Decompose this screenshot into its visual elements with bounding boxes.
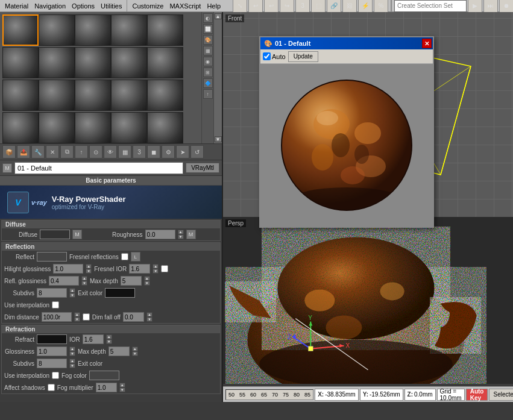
toolbar-icon-undo[interactable]: ↩ (264, 0, 279, 13)
mat-slot-5[interactable] (2, 47, 39, 78)
ior-up[interactable]: ▲ (106, 334, 112, 339)
fresnel-m-btn[interactable]: L (131, 252, 140, 262)
subdivs-reflect-up[interactable]: ▲ (69, 288, 75, 293)
fog-mult-up[interactable]: ▲ (119, 383, 125, 387)
mat-slot-15[interactable] (2, 112, 39, 143)
mat-slot-16[interactable] (39, 112, 75, 143)
diffuse-m-btn[interactable]: M (72, 230, 82, 239)
refl-gloss-down[interactable]: ▼ (81, 281, 87, 286)
toolbar-icon-record[interactable]: ⏺ (499, 0, 513, 13)
side-btn-1[interactable]: ◐ (203, 13, 213, 23)
refract-maxdepth-input[interactable] (109, 346, 130, 356)
max-depth-input[interactable] (121, 276, 142, 286)
fog-mult-input[interactable] (96, 383, 117, 392)
menu-customize[interactable]: Customize (132, 2, 163, 10)
dialog-close-button[interactable]: ✕ (422, 39, 432, 48)
mat-slot-11[interactable] (39, 80, 75, 111)
ior-down[interactable]: ▼ (106, 339, 112, 344)
mat-slot-6[interactable] (39, 47, 75, 78)
refract-subdivs-down[interactable]: ▼ (69, 363, 75, 368)
side-btn-7[interactable]: 🔷 (203, 78, 213, 88)
roughness-input[interactable] (145, 230, 175, 239)
section-refraction-header[interactable]: Refraction (2, 325, 220, 333)
refract-gloss-input[interactable] (37, 346, 67, 356)
subdivs-reflect-input[interactable] (37, 288, 67, 298)
mat-btn-options[interactable]: ⚙ (162, 145, 175, 158)
mat-slot-0[interactable] (2, 14, 39, 46)
mat-btn-show[interactable]: 👁 (104, 145, 117, 158)
side-btn-5[interactable]: ◉ (203, 57, 213, 66)
roughness-m-btn[interactable]: M (186, 230, 196, 239)
subdivs-reflect-down[interactable]: ▼ (69, 293, 75, 298)
mat-btn-sample[interactable]: ◼ (147, 145, 160, 158)
mat-btn-3d[interactable]: 3 (133, 145, 146, 158)
use-interp-reflect-check[interactable] (52, 301, 59, 309)
menu-help[interactable]: Help (207, 2, 221, 10)
mat-slot-17[interactable] (75, 112, 111, 143)
mat-slot-1[interactable] (39, 14, 75, 46)
mat-slot-4[interactable] (147, 14, 183, 46)
exit-color-swatch[interactable] (105, 288, 135, 298)
mat-btn-put[interactable]: 📤 (17, 145, 30, 158)
mat-btn-reset[interactable]: ↺ (190, 145, 204, 158)
toolbar-icon-3[interactable]: 3 (295, 0, 310, 13)
section-diffuse-header[interactable]: Diffuse (2, 221, 220, 228)
update-button[interactable]: Update (288, 51, 318, 62)
mat-slot-19[interactable] (147, 112, 183, 143)
auto-key-btn[interactable]: Auto Key (466, 389, 488, 401)
side-btn-3[interactable]: 🎨 (203, 35, 213, 45)
mat-btn-nav-parent[interactable]: ↑ (75, 145, 88, 158)
mat-btn-delete[interactable]: ✕ (46, 145, 59, 158)
grid-scroll-up[interactable]: ▲ (215, 13, 222, 19)
mat-btn-copy[interactable]: ⧉ (60, 145, 74, 158)
menu-material[interactable]: Material (5, 2, 28, 10)
fresnel-ior-up[interactable]: ▲ (153, 264, 159, 269)
refract-swatch[interactable] (37, 334, 67, 344)
toolbar-icon-redo[interactable]: ↪ (280, 0, 294, 13)
fresnel-ior-down[interactable]: ▼ (153, 269, 159, 274)
hilight-up[interactable]: ▲ (86, 264, 92, 269)
roughness-spin-down[interactable]: ▼ (178, 234, 184, 239)
side-btn-4[interactable]: ▦ (203, 46, 213, 55)
mat-name-input[interactable] (14, 162, 183, 174)
hilight-input[interactable] (53, 264, 83, 274)
mat-slot-2[interactable] (75, 14, 111, 46)
max-depth-up[interactable]: ▲ (144, 276, 150, 281)
mat-slot-10[interactable] (2, 80, 39, 111)
fog-color-swatch[interactable] (89, 371, 119, 380)
fog-mult-down[interactable]: ▼ (119, 387, 125, 392)
auto-checkbox-area[interactable]: Auto (263, 52, 286, 60)
dim-dist-check[interactable] (83, 313, 90, 321)
toolbar-icon-percent[interactable]: % (374, 0, 388, 13)
use-interp-refract-check[interactable] (52, 372, 59, 379)
mat-btn-select[interactable]: ➤ (176, 145, 189, 158)
dim-falloff-up[interactable]: ▲ (146, 312, 153, 317)
fresnel-ior-input[interactable] (129, 264, 150, 274)
dim-falloff-down[interactable]: ▼ (146, 317, 153, 322)
mat-slot-8[interactable] (111, 47, 147, 78)
selected-btn[interactable]: Selected (489, 389, 513, 401)
toolbar-icon-skip[interactable]: ⏭ (483, 0, 498, 13)
toolbar-icon-link[interactable]: 🔗 (327, 0, 341, 13)
reflect-swatch[interactable] (37, 252, 67, 262)
dim-dist-down[interactable]: ▼ (74, 317, 80, 322)
diffuse-swatch[interactable] (40, 230, 70, 239)
mat-slot-14[interactable] (147, 80, 183, 111)
side-btn-8[interactable]: ↑ (203, 89, 213, 99)
toolbar-icon-select[interactable]: ⬚ (311, 0, 326, 13)
toolbar-icon-bind[interactable]: ⚡ (358, 0, 373, 13)
mat-slot-12[interactable] (75, 80, 111, 111)
menu-maxscript[interactable]: MAXScript (169, 2, 201, 10)
refl-gloss-up[interactable]: ▲ (81, 276, 87, 281)
toolbar-icon-2[interactable]: ↩ (248, 0, 263, 13)
mat-slot-18[interactable] (111, 112, 147, 143)
grid-scroll-down[interactable]: ▼ (215, 136, 222, 142)
mat-slot-3[interactable] (111, 14, 147, 46)
mat-btn-get[interactable]: 📦 (2, 145, 16, 158)
mat-btn-assign[interactable]: 🔧 (31, 145, 45, 158)
section-reflection-header[interactable]: Reflection (2, 243, 220, 251)
mat-slot-9[interactable] (147, 47, 183, 78)
fresnel-ior-check[interactable] (161, 265, 168, 272)
auto-check[interactable] (263, 52, 271, 60)
mat-slot-13[interactable] (111, 80, 147, 111)
